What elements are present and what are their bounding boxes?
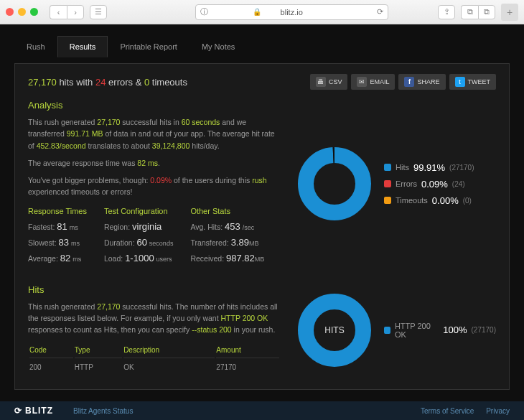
tab-results[interactable]: Results	[57, 36, 108, 57]
reload-icon[interactable]: ⟳	[377, 7, 383, 17]
stats-grid: Response Times Fastest: 81 ms Slowest: 8…	[28, 207, 281, 269]
legend-timeouts: Timeouts 0.00% (0)	[384, 195, 474, 206]
back-button[interactable]: ‹	[50, 5, 67, 19]
results-panel: 27,170 hits with 24 errors & 0 timeouts …	[14, 63, 510, 390]
new-tab-button[interactable]: +	[501, 4, 518, 21]
hits-legend: HTTP 200 OK 100% (27170)	[384, 322, 496, 339]
th-code: Code	[29, 342, 73, 358]
stat-region: Region: virginia	[104, 221, 173, 232]
browser-chrome: ‹ › ☰ ⓘ 🔒 blitz.io ⟳ ⇪ ⧉ ⧉ +	[0, 0, 524, 24]
stat-average: Average: 82 ms	[28, 253, 87, 263]
tab-rush[interactable]: Rush	[14, 36, 57, 57]
tos-link[interactable]: Terms of Service	[421, 407, 474, 415]
analysis-title: Analysis	[28, 100, 281, 111]
table-header-row: Code Type Description Amount	[29, 342, 279, 358]
mail-icon: ✉	[357, 77, 367, 87]
brand-logo: BLITZ	[14, 406, 53, 416]
address-bar[interactable]: ⓘ 🔒 blitz.io ⟳	[195, 4, 388, 20]
hits-donut-label: HITS	[295, 291, 374, 370]
hits-title: Hits	[28, 284, 281, 295]
email-button[interactable]: ✉EMAIL	[351, 74, 395, 90]
tab-notes[interactable]: My Notes	[190, 36, 247, 57]
tweet-button[interactable]: tTWEET	[449, 74, 497, 90]
stat-load: Load: 1-1000 users	[104, 253, 173, 263]
th-desc: Description	[123, 342, 215, 358]
close-icon[interactable]	[6, 8, 14, 16]
tab-printable[interactable]: Printable Report	[108, 36, 190, 57]
os-title: Other Stats	[190, 207, 264, 215]
th-type: Type	[75, 342, 122, 358]
stat-avghits: Avg. Hits: 453 /sec	[190, 221, 264, 232]
nav-tabs: Rush Results Printable Report My Notes	[14, 36, 510, 57]
twitter-icon: t	[455, 77, 465, 87]
tabs-button[interactable]: ⧉	[461, 5, 478, 19]
print-icon: 🖶	[316, 77, 326, 87]
hits-donut-chart: HITS	[295, 291, 374, 370]
stat-received: Received: 987.82MB	[190, 253, 264, 263]
results-donut-chart	[295, 144, 374, 223]
summary-text: 27,170 hits with 24 errors & 0 timeouts	[28, 77, 187, 88]
th-amount: Amount	[216, 342, 279, 358]
info-icon: ⓘ	[200, 6, 208, 17]
table-row: 200 HTTP OK 27170	[29, 360, 279, 375]
tc-title: Test Configuration	[104, 207, 173, 215]
stat-slowest: Slowest: 83 ms	[28, 237, 87, 248]
svg-point-0	[306, 155, 363, 213]
url-text: blitz.io	[281, 8, 303, 17]
hits-table: Code Type Description Amount 200 HTTP OK…	[28, 341, 281, 376]
analysis-p3: You've got bigger problems, though: 0.09…	[28, 174, 281, 198]
share-bar: 🖶CSV ✉EMAIL fSHARE tTWEET	[310, 74, 496, 90]
window-controls	[6, 8, 38, 16]
stat-fastest: Fastest: 81 ms	[28, 221, 87, 232]
share-button[interactable]: ⇪	[438, 5, 455, 19]
results-legend: Hits 99.91% (27170) Errors 0.09% (24) Ti…	[384, 162, 474, 206]
analysis-p2: The average response time was 82 ms.	[28, 157, 281, 169]
share-fb-button[interactable]: fSHARE	[398, 74, 445, 90]
hits-p1: This rush generated 27,170 successful hi…	[28, 301, 281, 336]
sidebar-button[interactable]: ☰	[90, 5, 107, 19]
lock-icon: 🔒	[253, 8, 261, 16]
tabs-button-2[interactable]: ⧉	[478, 5, 495, 19]
minimize-icon[interactable]	[18, 8, 26, 16]
page-footer: BLITZ Blitz Agents Status Terms of Servi…	[0, 401, 524, 420]
analysis-p1: This rush generated 27,170 successful hi…	[28, 116, 281, 151]
nav-buttons: ‹ ›	[50, 5, 84, 19]
facebook-icon: f	[404, 77, 414, 87]
stat-duration: Duration: 60 seconds	[104, 237, 173, 248]
agents-status-link[interactable]: Blitz Agents Status	[73, 407, 133, 415]
maximize-icon[interactable]	[30, 8, 38, 16]
page-body: Rush Results Printable Report My Notes 2…	[0, 24, 524, 420]
forward-button[interactable]: ›	[67, 5, 84, 19]
rt-title: Response Times	[28, 207, 87, 215]
csv-button[interactable]: 🖶CSV	[310, 74, 348, 90]
legend-errors: Errors 0.09% (24)	[384, 179, 474, 190]
privacy-link[interactable]: Privacy	[486, 407, 510, 415]
stat-transfered: Transfered: 3.89MB	[190, 237, 264, 248]
legend-http200: HTTP 200 OK 100% (27170)	[384, 322, 496, 339]
legend-hits: Hits 99.91% (27170)	[384, 162, 474, 173]
